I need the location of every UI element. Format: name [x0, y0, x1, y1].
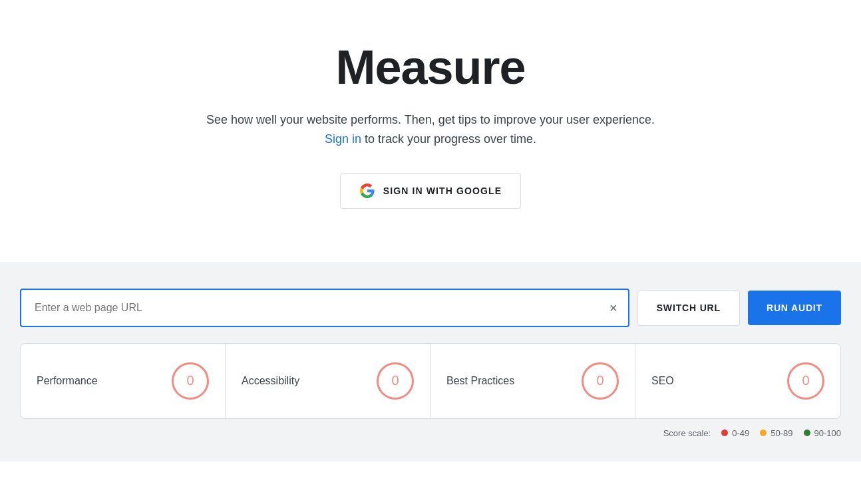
score-value: 0 [186, 373, 194, 388]
legend-item-red: 0-49 [721, 428, 749, 438]
score-cell-best-practices: Best Practices 0 [431, 344, 635, 418]
scores-grid: Performance 0 Accessibility 0 Best Pract… [20, 343, 841, 419]
sign-in-link[interactable]: Sign in [325, 132, 361, 146]
score-circle: 0 [377, 362, 414, 400]
score-circle: 0 [172, 362, 209, 400]
score-value: 0 [391, 373, 399, 388]
switch-url-button[interactable]: SWITCH URL [637, 290, 740, 326]
score-circle: 0 [582, 362, 619, 400]
legend-range-red: 0-49 [732, 428, 749, 438]
score-cell-accessibility: Accessibility 0 [226, 344, 431, 418]
score-cell-performance: Performance 0 [21, 344, 226, 418]
score-cell-seo: SEO 0 [635, 344, 840, 418]
legend-dot-green [804, 430, 810, 436]
score-label: Best Practices [446, 375, 514, 387]
score-label: SEO [651, 375, 674, 387]
score-value: 0 [596, 373, 603, 388]
legend-item-orange: 50-89 [760, 428, 792, 438]
url-bar-row: × SWITCH URL RUN AUDIT [20, 289, 841, 327]
score-label: Accessibility [242, 375, 299, 387]
score-value: 0 [802, 373, 809, 388]
run-audit-button[interactable]: RUN AUDIT [748, 291, 841, 325]
subtitle: See how well your website performs. Then… [206, 110, 655, 149]
legend-dot-red [721, 430, 728, 436]
legend-range-green: 90-100 [814, 428, 841, 438]
google-signin-label: SIGN IN WITH GOOGLE [383, 186, 502, 196]
url-input-wrapper: × [20, 289, 629, 327]
score-circle: 0 [787, 362, 824, 400]
subtitle-line2-rest: to track your progress over time. [361, 132, 536, 146]
subtitle-line1: See how well your website performs. Then… [206, 113, 655, 126]
google-signin-button[interactable]: SIGN IN WITH GOOGLE [340, 173, 521, 209]
score-label: Performance [37, 375, 98, 387]
clear-button[interactable]: × [599, 301, 628, 315]
google-g-icon [359, 183, 375, 199]
legend-range-orange: 50-89 [771, 428, 792, 438]
top-section: Measure See how well your website perfor… [0, 0, 861, 262]
page-title: Measure [335, 40, 525, 94]
score-legend: Score scale: 0-49 50-89 90-100 [20, 428, 841, 438]
legend-prefix: Score scale: [663, 428, 711, 438]
url-input[interactable] [21, 290, 599, 326]
bottom-section: × SWITCH URL RUN AUDIT Performance 0 Acc… [0, 262, 861, 461]
legend-dot-orange [760, 430, 767, 436]
legend-item-green: 90-100 [804, 428, 841, 438]
